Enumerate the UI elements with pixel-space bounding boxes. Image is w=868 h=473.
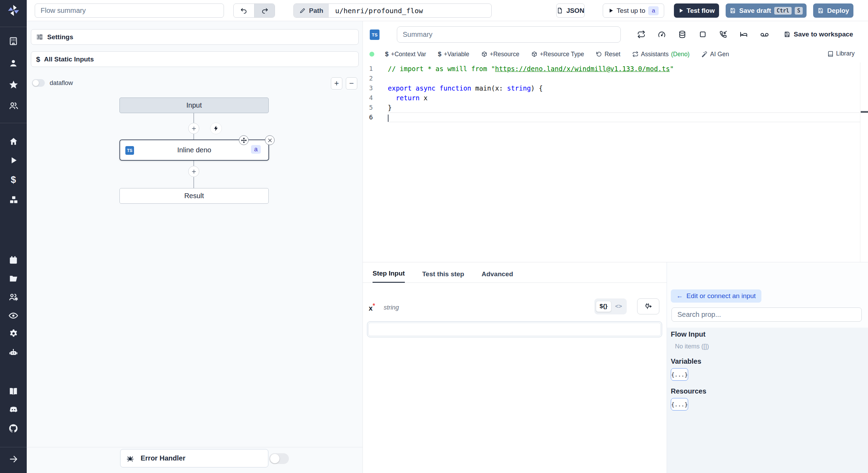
sidebar-item-groups[interactable] (0, 98, 27, 113)
flow-summary-input[interactable] (35, 3, 224, 18)
sidebar-item-audit[interactable] (0, 308, 27, 323)
script-settings-icons (637, 30, 769, 39)
node-input[interactable]: Input (119, 98, 269, 113)
editor-scrollbar[interactable] (860, 62, 860, 262)
save-to-workspace-button[interactable]: Save to workspace (784, 31, 853, 38)
kbd-ctrl: Ctrl (774, 7, 792, 15)
dataflow-toggle[interactable] (32, 79, 45, 87)
concurrency-icon[interactable] (658, 30, 666, 39)
tab-test-this-step[interactable]: Test this step (422, 265, 464, 283)
code-line[interactable]: 3export async function main(x: string) { (363, 83, 868, 93)
undo-button[interactable] (234, 4, 254, 17)
test-up-to-button[interactable]: Test up to a (603, 3, 664, 18)
summary-input[interactable] (397, 26, 621, 43)
sleep-icon[interactable] (740, 30, 748, 39)
error-handler-toggle[interactable] (269, 453, 289, 464)
code-line[interactable]: 2 (363, 74, 868, 83)
code-editor[interactable]: 1// import * as wmill from "https://deno… (363, 62, 868, 262)
voicemail-icon[interactable] (760, 30, 769, 39)
resources-object-chip[interactable]: {...} (671, 398, 688, 411)
redo-button[interactable] (254, 4, 275, 17)
assistants-toggle[interactable]: Assistants(Deno) (632, 51, 690, 58)
variables-object-chip[interactable]: {...} (671, 368, 688, 381)
play-icon (608, 8, 614, 13)
arg-value-field[interactable] (368, 323, 661, 336)
arg-value-input[interactable] (367, 321, 662, 337)
expr-mode-button[interactable]: ${} (596, 301, 611, 312)
bug-icon (126, 454, 134, 463)
delete-step-button[interactable] (265, 135, 275, 145)
code-line[interactable]: 6 (363, 112, 868, 122)
dollar-icon: $ (11, 175, 16, 185)
groups-icon (9, 101, 18, 111)
json-button[interactable]: JSON (556, 3, 585, 18)
stop-icon[interactable] (699, 30, 707, 39)
test-flow-button[interactable]: Test flow (674, 3, 719, 18)
add-variable-button[interactable]: $+Variable (438, 51, 469, 58)
sidebar-item-discord[interactable] (0, 402, 27, 417)
add-trigger-button[interactable] (210, 123, 222, 134)
reset-button[interactable]: Reset (596, 51, 620, 58)
windmill-logo[interactable] (0, 3, 27, 18)
sidebar-item-variables[interactable]: $ (0, 172, 27, 187)
error-handler-box[interactable]: Error Handler (120, 449, 268, 467)
zoom-out-button[interactable]: − (346, 77, 357, 90)
code-line[interactable]: 1// import * as wmill from "https://deno… (363, 64, 868, 74)
sidebar-item-workers[interactable] (0, 289, 27, 305)
connect-input-button[interactable] (637, 298, 659, 314)
add-context-var-button[interactable]: $+Context Var (385, 51, 426, 58)
add-step-button-bottom[interactable] (188, 166, 199, 177)
move-step-handle[interactable] (239, 135, 249, 145)
edit-or-connect-button[interactable]: ← Edit or connect an input (671, 289, 761, 303)
editor-panel: TS Save to workspace $+Context Var $+Var… (363, 21, 868, 473)
sidebar-item-settings[interactable] (0, 326, 27, 341)
prop-search-input[interactable] (671, 307, 862, 322)
node-inline-deno[interactable]: TS Inline deno a (119, 140, 269, 161)
all-static-inputs-button[interactable]: $ All Static Inputs (31, 51, 359, 67)
sidebar-item-runs[interactable] (0, 153, 27, 168)
sidebar-item-schedules[interactable] (0, 252, 27, 268)
add-resource-type-button[interactable]: +Resource Type (531, 51, 584, 58)
code-line[interactable]: 4 return x (363, 93, 868, 103)
sidebar-item-docs[interactable] (0, 383, 27, 399)
add-resource-button[interactable]: +Resource (481, 51, 519, 58)
sidebar-expand-button[interactable] (0, 451, 27, 467)
kbd-s: S (795, 7, 803, 15)
code-line[interactable]: 5} (363, 103, 868, 112)
dataflow-label: dataflow (50, 79, 73, 87)
line-number: 5 (363, 103, 388, 112)
rotate-ccw-icon (596, 51, 602, 57)
sidebar-item-github[interactable] (0, 421, 27, 436)
plus-icon (191, 126, 197, 132)
code-mode-button[interactable]: <> (612, 301, 625, 312)
zoom-in-button[interactable]: + (331, 77, 342, 90)
path-value[interactable]: u/henri/profound_flow (329, 4, 429, 17)
sidebar-item-home[interactable] (0, 134, 27, 149)
path-label: Path (294, 4, 329, 17)
deploy-button[interactable]: Deploy (813, 3, 853, 18)
sidebar-item-favorites[interactable] (0, 77, 27, 92)
tab-step-input[interactable]: Step Input (373, 265, 405, 283)
library-button[interactable]: Library (827, 50, 855, 57)
settings-button[interactable]: Settings (31, 29, 359, 45)
tab-advanced[interactable]: Advanced (482, 265, 513, 283)
home-icon (9, 137, 18, 146)
database-icon[interactable] (678, 30, 686, 39)
add-step-button-top[interactable] (188, 123, 199, 134)
sidebar-item-user[interactable] (0, 56, 27, 71)
cache-icon[interactable] (637, 30, 645, 39)
node-result[interactable]: Result (119, 188, 269, 204)
save-draft-button[interactable]: Save draft Ctrl S (726, 3, 807, 18)
sidebar-item-folders[interactable] (0, 271, 27, 286)
required-marker: * (373, 302, 375, 309)
ai-gen-button[interactable]: AI Gen (701, 51, 729, 58)
phone-incoming-icon[interactable] (719, 30, 727, 39)
flow-footer-divider (27, 447, 363, 447)
typescript-badge: TS (370, 29, 379, 40)
sidebar-item-assistant[interactable] (0, 345, 27, 360)
sidebar-item-workspace[interactable] (0, 33, 27, 49)
sidebar-item-resources[interactable] (0, 192, 27, 208)
arrow-right-icon (9, 454, 18, 464)
undo-redo-group (233, 3, 275, 18)
path-group[interactable]: Path u/henri/profound_flow (293, 3, 492, 18)
